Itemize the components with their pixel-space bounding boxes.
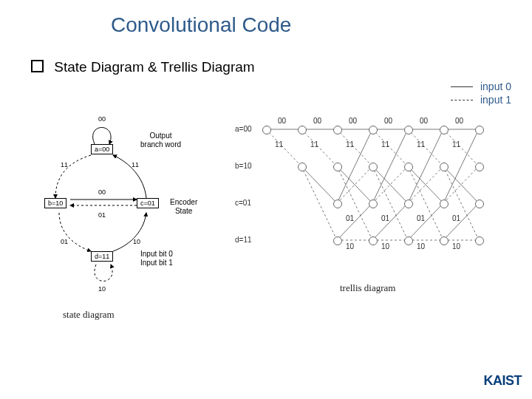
anno-input: Input bit 0Input bit 1	[140, 250, 173, 267]
legend-row-1: input 1	[451, 93, 511, 106]
tnode	[404, 126, 413, 134]
tnode	[404, 163, 413, 171]
caption-state: state diagram	[63, 309, 115, 321]
tnode	[369, 126, 378, 134]
svg-line-24	[443, 129, 479, 166]
edge-ab: 11	[61, 161, 68, 168]
svg-line-18	[443, 203, 479, 240]
edge-ca: 01	[98, 211, 106, 219]
edge-cb: 01	[61, 238, 68, 245]
diag-10-2: 10	[417, 242, 425, 250]
anno-output-text: Outputbranch word	[140, 132, 181, 149]
state-node-a: a=00	[91, 144, 113, 154]
svg-line-26	[337, 166, 372, 240]
legend: input 0 input 1	[451, 80, 511, 106]
tnode	[475, 200, 484, 208]
diag-01-0: 01	[346, 214, 354, 222]
legend-dashed-line-icon	[451, 100, 473, 100]
tnode	[475, 126, 484, 134]
diag-11-2: 11	[346, 140, 354, 149]
trellis-row-b: b=10	[235, 162, 252, 170]
top-00-0: 00	[278, 117, 286, 125]
svg-line-29	[443, 166, 479, 240]
svg-line-16	[372, 203, 408, 240]
edge-dc: 10	[133, 238, 140, 245]
diag-10-3: 10	[452, 242, 460, 250]
svg-line-11	[337, 129, 372, 203]
svg-line-20	[301, 129, 337, 166]
tnode	[475, 236, 484, 245]
tnode	[404, 200, 413, 208]
top-00-1: 00	[313, 117, 321, 125]
tnode	[440, 200, 449, 208]
tnode	[333, 163, 342, 171]
svg-line-17	[408, 203, 443, 240]
svg-line-23	[408, 129, 443, 166]
subtitle-text: State Diagram & Trellis Diagram	[54, 59, 254, 75]
svg-line-12	[372, 129, 408, 203]
svg-line-15	[337, 203, 372, 240]
edge-bd: 00	[98, 188, 106, 196]
slide: Convolutional Code State Diagram & Trell…	[0, 0, 532, 399]
svg-line-27	[372, 166, 408, 240]
tnode	[298, 126, 307, 134]
caption-trellis: trellis diagram	[340, 282, 395, 294]
top-00-3: 00	[384, 117, 392, 125]
trellis-row-a: a=00	[235, 125, 252, 133]
tnode	[333, 236, 342, 245]
svg-line-28	[408, 166, 443, 240]
state-diagram: a=00 b=10 c=01 d=11 00 11 11 00 01 10 01…	[15, 103, 266, 296]
legend-label-0: input 0	[480, 81, 511, 92]
diag-10-0: 10	[346, 242, 354, 250]
legend-row-0: input 0	[451, 80, 511, 93]
tnode	[369, 200, 378, 208]
svg-line-22	[372, 129, 408, 166]
tnode	[475, 163, 484, 171]
bullet-square-icon	[31, 60, 44, 72]
top-00-4: 00	[420, 117, 428, 125]
anno-encoder: EncoderState	[170, 198, 197, 216]
svg-line-10	[443, 166, 479, 203]
state-node-d: d=11	[91, 251, 113, 262]
tnode	[440, 126, 449, 134]
page-title: Convolutional Code	[111, 13, 291, 37]
edge-dd: 10	[98, 285, 106, 293]
trellis-svg	[229, 111, 521, 273]
edge-ba: 11	[132, 161, 139, 168]
top-00-5: 00	[455, 117, 463, 125]
svg-line-25	[301, 166, 337, 240]
legend-solid-line-icon	[451, 86, 473, 87]
svg-line-21	[337, 129, 372, 166]
top-00-2: 00	[349, 117, 357, 125]
logo-text: KAIST	[484, 373, 522, 388]
tnode	[440, 163, 449, 171]
diag-11-0: 11	[275, 140, 283, 149]
svg-line-13	[408, 129, 443, 203]
state-node-c: c=01	[137, 198, 159, 208]
diag-11-1: 11	[310, 140, 318, 149]
diag-10-1: 10	[381, 242, 389, 250]
diag-01-3: 01	[452, 214, 460, 222]
svg-line-14	[443, 129, 479, 203]
diag-11-3: 11	[381, 140, 389, 149]
anno-encoder-text: EncoderState	[170, 198, 197, 215]
tnode	[369, 236, 378, 245]
svg-line-19	[266, 129, 301, 166]
anno-input-text: Input bit 0Input bit 1	[140, 250, 173, 267]
anno-output: Outputbranch word	[140, 132, 181, 149]
svg-line-6	[301, 166, 337, 203]
diag-01-2: 01	[417, 214, 425, 222]
edge-aa: 00	[98, 115, 106, 123]
legend-label-1: input 1	[480, 94, 511, 106]
tnode	[262, 126, 271, 134]
svg-line-7	[337, 166, 372, 203]
tnode	[298, 163, 307, 171]
diag-01-1: 01	[381, 214, 389, 222]
kaist-logo: KAIST	[484, 373, 522, 389]
trellis-diagram: a=00 b=10 c=01 d=11 00 00 00 00 00 00 11…	[229, 111, 521, 273]
tnode	[369, 163, 378, 171]
trellis-row-d: d=11	[235, 236, 252, 244]
subtitle-row: State Diagram & Trellis Diagram	[31, 59, 255, 75]
svg-line-8	[372, 166, 408, 203]
diag-11-5: 11	[452, 140, 460, 149]
